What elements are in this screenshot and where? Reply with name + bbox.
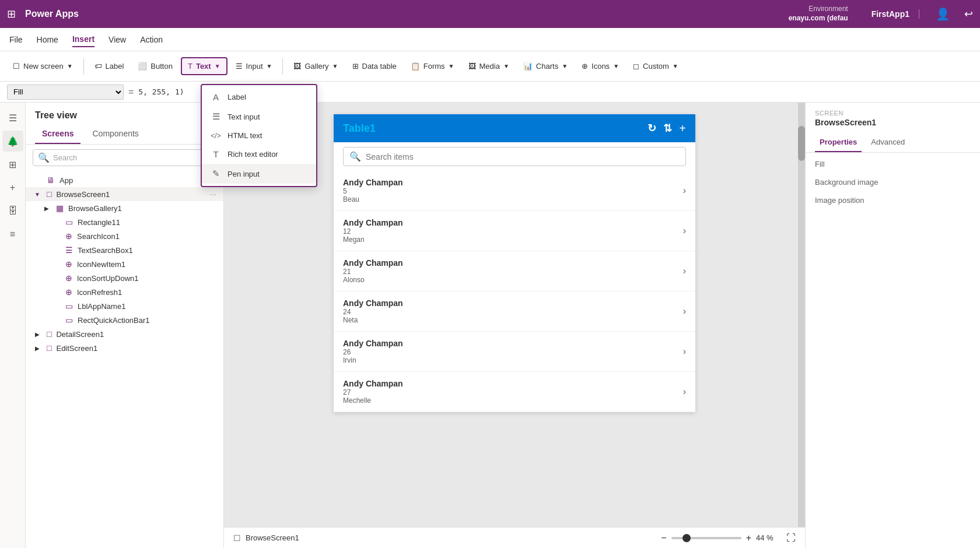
zoom-in-button[interactable]: + [746, 533, 751, 543]
list-item-4[interactable]: Andy Champan 26 Irvin › [334, 332, 695, 372]
properties-panel: SCREEN BrowseScreen1 Properties Advanced… [805, 103, 980, 548]
search-bar: 🔍 [343, 147, 686, 166]
gallery-button[interactable]: 🖼 Gallery ▼ [288, 58, 344, 74]
list-item-name-2: Andy Champan [343, 258, 683, 268]
app-grid-icon[interactable]: ⊞ [7, 8, 16, 20]
more-icon-browse[interactable]: ··· [209, 189, 216, 199]
list-item-content-5: Andy Champan 27 Mechelle [343, 379, 683, 405]
item-label-edit: EditScreen1 [56, 344, 216, 353]
item-label-iconsort: IconSortUpDown1 [77, 274, 216, 283]
custom-button[interactable]: ◻ Custom ▼ [627, 58, 684, 74]
label-button[interactable]: 🏷 Label [89, 58, 130, 74]
tree-search-icon: 🔍 [38, 152, 50, 163]
text-button[interactable]: T Text ▼ [181, 57, 228, 75]
new-screen-button[interactable]: ☐ New screen ▼ [7, 58, 79, 74]
tree-tab-components[interactable]: Components [85, 125, 145, 144]
menu-view[interactable]: View [108, 33, 126, 47]
tree-search-input[interactable] [53, 153, 211, 162]
undo-icon[interactable]: ↩ [964, 8, 973, 20]
label-icon: 🏷 [94, 62, 102, 71]
props-label-bgimage: Background image [815, 178, 971, 187]
refresh-icon[interactable]: ↻ [648, 122, 656, 135]
dropdown-item-textinput[interactable]: ☰ Text input [202, 107, 316, 127]
app-canvas: Table1 ↻ ⇅ + 🔍 Andy Champan 5 Beau › [334, 114, 695, 412]
list-item-0[interactable]: Andy Champan 5 Beau › [334, 171, 695, 211]
sidebar-icon-data[interactable]: 🗄 [2, 201, 23, 222]
tree-item-lblapp[interactable]: ▭ LblAppName1 [26, 299, 223, 313]
tree-item-detail-screen[interactable]: ▶ □ DetailScreen1 [26, 327, 223, 341]
menu-action[interactable]: Action [140, 33, 163, 47]
zoom-slider[interactable] [671, 537, 741, 539]
list-item-name-5: Andy Champan [343, 379, 683, 388]
list-item-name-4: Andy Champan [343, 339, 683, 348]
canvas-scrollbar-thumb[interactable] [798, 126, 805, 161]
input-button[interactable]: ☰ Input ▼ [230, 58, 278, 74]
search-icon: 🔍 [349, 151, 361, 162]
button-button[interactable]: ⬜ Button [132, 58, 178, 74]
menu-bar: File Home Insert View Action [0, 28, 980, 51]
tree-item-iconsort[interactable]: ⊕ IconSortUpDown1 [26, 271, 223, 285]
tree-item-iconnew[interactable]: ⊕ IconNewItem1 [26, 257, 223, 271]
formula-property-select[interactable]: Fill [7, 85, 124, 100]
list-item-3[interactable]: Andy Champan 24 Neta › [334, 291, 695, 332]
list-item-2[interactable]: Andy Champan 21 Alonso › [334, 251, 695, 291]
list-item-num-3: 24 [343, 308, 683, 316]
list-item-1[interactable]: Andy Champan 12 Megan › [334, 211, 695, 251]
sidebar-icon-variables[interactable]: ≡ [2, 224, 23, 245]
tree-item-searchicon1[interactable]: ⊕ SearchIcon1 [26, 229, 223, 243]
dropdown-item-htmltext[interactable]: </> HTML text [202, 127, 316, 145]
item-label-iconnew: IconNewItem1 [77, 260, 216, 269]
zoom-out-button[interactable]: − [661, 533, 666, 543]
new-screen-chevron: ▼ [67, 63, 73, 69]
tree-item-browse-screen[interactable]: ▼ □ BrowseScreen1 ··· [26, 187, 223, 201]
forms-button[interactable]: 📋 Forms ▼ [405, 58, 460, 74]
list-item-chevron-1: › [683, 226, 686, 236]
tree-search-container: 🔍 [33, 149, 216, 166]
item-label-browse: BrowseScreen1 [56, 190, 207, 199]
tree-tab-screens[interactable]: Screens [35, 125, 80, 144]
media-button[interactable]: 🖼 Media ▼ [463, 58, 515, 74]
menu-file[interactable]: File [9, 33, 23, 47]
data-table-button[interactable]: ⊞ Data table [346, 58, 402, 74]
dropdown-item-richtexteditor[interactable]: T Rich text editor [202, 145, 316, 164]
tree-item-rectquick[interactable]: ▭ RectQuickActionBar1 [26, 313, 223, 327]
list-item-content-0: Andy Champan 5 Beau [343, 178, 683, 203]
canvas-scrollbar-vertical[interactable] [798, 103, 805, 548]
sidebar-icon-menu[interactable]: ☰ [2, 107, 23, 128]
props-tab-advanced[interactable]: Advanced [866, 134, 909, 152]
sidebar-icon-add[interactable]: + [2, 177, 23, 198]
item-label-detail: DetailScreen1 [56, 330, 216, 339]
tree-item-iconrefresh[interactable]: ⊕ IconRefresh1 [26, 285, 223, 299]
menu-home[interactable]: Home [37, 33, 58, 47]
app-header: Table1 ↻ ⇅ + [334, 114, 695, 142]
sidebar-icon-tree[interactable]: 🌲 [2, 131, 23, 152]
charts-button[interactable]: 📊 Charts ▼ [517, 58, 573, 74]
tree-item-rect11[interactable]: ▭ Rectangle11 [26, 215, 223, 229]
props-tab-properties[interactable]: Properties [815, 134, 862, 152]
fullscreen-icon[interactable]: ⛶ [786, 533, 796, 543]
sort-icon[interactable]: ⇅ [663, 122, 672, 135]
dropdown-item-label[interactable]: A Label [202, 87, 316, 107]
list-item-num-5: 27 [343, 388, 683, 396]
toolbar: ☐ New screen ▼ 🏷 Label ⬜ Button T Text ▼… [0, 51, 980, 82]
tree-item-textsearch[interactable]: ☰ TextSearchBox1 [26, 243, 223, 257]
tree-item-gallery[interactable]: ▶ ▦ BrowseGallery1 [26, 201, 223, 215]
search-input[interactable] [366, 152, 680, 161]
tree-item-edit-screen[interactable]: ▶ □ EditScreen1 [26, 341, 223, 355]
formula-value[interactable]: 5, 255, 1) [138, 87, 184, 96]
tree-item-app[interactable]: 🖥 App [26, 173, 223, 187]
add-icon[interactable]: + [679, 122, 686, 135]
dropdown-item-peninput[interactable]: ✎ Pen input [202, 164, 316, 184]
custom-chevron: ▼ [673, 63, 678, 69]
icons-button[interactable]: ⊕ Icons ▼ [576, 58, 625, 74]
list-item-5[interactable]: Andy Champan 27 Mechelle › [334, 372, 695, 412]
peninput-menu-label: Pen input [228, 170, 260, 178]
list-item-num-2: 21 [343, 268, 683, 276]
props-tabs: Properties Advanced [806, 134, 980, 153]
user-icon[interactable]: 👤 [936, 7, 950, 21]
sidebar-icon-components[interactable]: ⊞ [2, 154, 23, 175]
menu-insert[interactable]: Insert [72, 32, 94, 47]
text-chevron: ▼ [215, 63, 220, 69]
custom-icon: ◻ [633, 62, 639, 71]
app-title: FirstApp1 [872, 9, 919, 19]
